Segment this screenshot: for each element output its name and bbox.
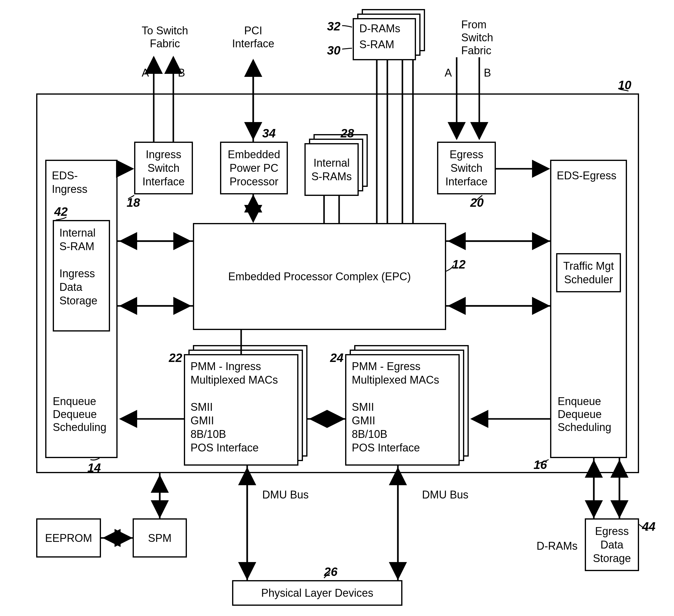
egress-switch-interface: Egress Switch Interface: [437, 142, 496, 195]
drams-ext-label: D-RAMs: [537, 539, 577, 552]
egress-switch-interface-text: Egress Switch Interface: [445, 148, 487, 189]
egress-a-label: A: [445, 66, 452, 79]
ref-12: 12: [452, 258, 466, 271]
from-switch-fabric-label: From Switch Fabric: [461, 18, 493, 57]
ref-24: 24: [330, 351, 344, 365]
internal-srams-text: Internal S-RAMs: [311, 156, 352, 183]
epc-text: Embedded Processor Complex (EPC): [228, 270, 411, 283]
ingress-switch-interface: Ingress Switch Interface: [134, 142, 193, 195]
egress-data-storage-text: Egress Data Storage: [593, 524, 631, 565]
ref-14: 14: [87, 461, 101, 475]
embedded-powerpc-text: Embedded Power PC Processor: [228, 148, 280, 189]
traffic-mgt-scheduler: Traffic Mgt Scheduler: [556, 253, 621, 292]
pmm-ingress-text: PMM - Ingress Multiplexed MACs SMII GMII…: [191, 360, 278, 455]
ref-42: 42: [54, 205, 68, 219]
eds-ingress-title: EDS-Ingress: [52, 169, 113, 196]
ref-10: 10: [618, 78, 632, 92]
ref-32: 32: [327, 20, 341, 33]
eds-ingress-bottom: Enqueue Dequeue Scheduling: [53, 395, 106, 434]
eds-ingress-storage-text: Internal S-RAM Ingress Data Storage: [60, 226, 97, 307]
eeprom-text: EEPROM: [45, 531, 92, 545]
pmm-egress-text: PMM - Egress Multiplexed MACs SMII GMII …: [352, 360, 439, 455]
ingress-a-label: A: [142, 66, 149, 79]
ref-34: 34: [262, 127, 276, 140]
egress-data-storage: Egress Data Storage: [585, 518, 639, 571]
ingress-b-label: B: [178, 66, 185, 79]
pci-interface-label: PCI Interface: [232, 24, 274, 50]
dmu-bus-right: DMU Bus: [422, 488, 468, 501]
epc: Embedded Processor Complex (EPC): [193, 223, 446, 330]
eeprom: EEPROM: [36, 518, 101, 558]
pmm-egress: PMM - Egress Multiplexed MACs SMII GMII …: [345, 354, 460, 466]
ingress-switch-interface-text: Ingress Switch Interface: [142, 148, 185, 189]
ref-28: 28: [341, 127, 354, 140]
eds-egress-title: EDS-Egress: [557, 169, 616, 182]
pmm-ingress: PMM - Ingress Multiplexed MACs SMII GMII…: [184, 354, 299, 466]
internal-srams: Internal S-RAMs: [305, 143, 359, 196]
eds-egress-bottom: Enqueue Dequeue Scheduling: [558, 395, 611, 434]
ref-22: 22: [169, 351, 182, 365]
traffic-mgt-text: Traffic Mgt Scheduler: [563, 259, 614, 286]
ref-16: 16: [534, 458, 547, 472]
ref-26: 26: [324, 565, 338, 579]
ext-sram-text: S-RAM: [359, 38, 394, 51]
ref-18: 18: [127, 196, 140, 210]
physical-layer-devices: Physical Layer Devices: [232, 580, 403, 606]
ext-drams-text: D-RAMs: [359, 22, 400, 35]
ref-44: 44: [642, 520, 656, 533]
dmu-bus-left: DMU Bus: [262, 488, 309, 501]
ref-30: 30: [327, 44, 341, 57]
eds-ingress-storage: Internal S-RAM Ingress Data Storage: [53, 220, 110, 332]
egress-b-label: B: [484, 66, 491, 79]
diagram-canvas: 10 EDS-Ingress Internal S-RAM Ingress Da…: [0, 0, 674, 616]
spm-text: SPM: [148, 531, 172, 545]
to-switch-fabric-label: To Switch Fabric: [142, 24, 188, 50]
ext-ram: D-RAMs S-RAM: [353, 18, 416, 60]
embedded-powerpc: Embedded Power PC Processor: [220, 142, 288, 195]
spm: SPM: [133, 518, 187, 558]
phys-layer-text: Physical Layer Devices: [261, 586, 373, 600]
ref-20: 20: [470, 196, 484, 210]
